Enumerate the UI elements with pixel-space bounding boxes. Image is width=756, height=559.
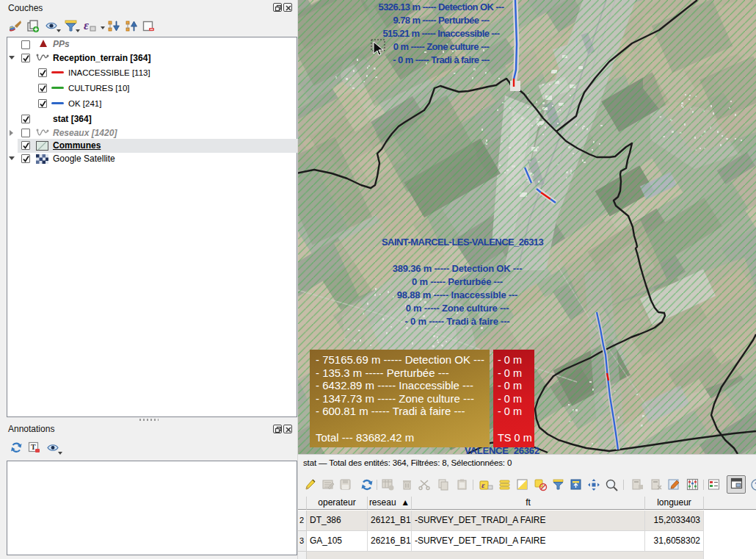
svg-text:ε: ε — [481, 480, 485, 489]
svg-text:ε: ε — [84, 20, 89, 32]
svg-text:T: T — [31, 443, 36, 451]
